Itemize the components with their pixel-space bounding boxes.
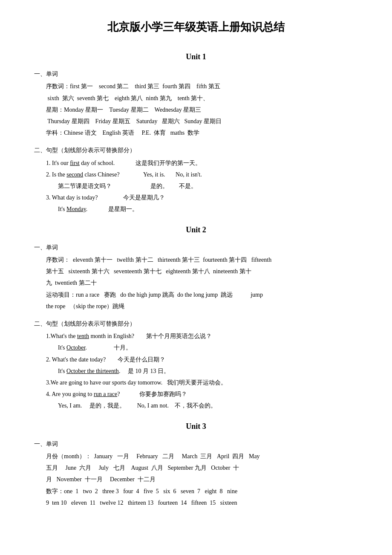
unit2-vocab-line5: the rope （skip the rope）跳绳	[46, 301, 358, 312]
unit2-sentence2-answer: It's October the thirteenth. 是 10 月 13 日…	[46, 366, 358, 376]
unit1-sentence2-cn: 第二节课是语文吗？ 是的。 不是。	[46, 181, 358, 191]
unit2-vocab-content: 序数词： eleventh 第十一 twelfth 第十二 thirteenth…	[34, 254, 358, 312]
unit1-vocab-content: 序数词：first 第一 second 第二 third 第三 fourth 第…	[34, 81, 358, 138]
unit1-sentence3-answer: It's Monday. 是星期一。	[46, 204, 358, 214]
unit1-sentence-section: 二、句型（划线部分表示可替换部分） 1. It's our first day …	[34, 145, 358, 214]
unit2-vocab-line2: 第十五 sixteenth 第十六 seventeenth 第十七 eighte…	[46, 266, 358, 277]
unit1-vocab-line4: Thursday 星期四 Friday 星期五 Saturday 星期六 Sun…	[46, 116, 358, 127]
unit1-vocab-line2: sixth 第六 seventh 第七 eighth 第八 ninth 第九 t…	[46, 93, 358, 104]
unit2-vocab-header: 一、单词	[34, 242, 358, 253]
unit1-sentence-content: 1. It's our first day of school. 这是我们开学的…	[34, 158, 358, 215]
unit1-sentence3: 3. What day is today? 今天是星期几？	[46, 192, 358, 203]
unit3-vocab-section: 一、单词 月份（month）： January 一月 February 二月 M…	[34, 439, 358, 508]
unit3-vocab-line4: 数字：one 1 two 2 three 3 four 4 five 5 six…	[46, 486, 358, 497]
unit2-vocab-section: 一、单词 序数词： eleventh 第十一 twelfth 第十二 thirt…	[34, 242, 358, 312]
unit3-vocab-content: 月份（month）： January 一月 February 二月 March …	[34, 451, 358, 508]
unit-2-section: Unit 2 一、单词 序数词： eleventh 第十一 twelfth 第十…	[34, 223, 358, 411]
unit3-vocab-line3: 月 November 十一月 December 十二月	[46, 474, 358, 485]
unit1-sentence-header: 二、句型（划线部分表示可替换部分）	[34, 145, 358, 156]
unit1-vocab-section: 一、单词 序数词：first 第一 second 第二 third 第三 fou…	[34, 69, 358, 138]
unit2-sentence-section: 二、句型（划线部分表示可替换部分） 1.What's the tenth mon…	[34, 318, 358, 411]
unit-3-title: Unit 3	[34, 419, 358, 433]
unit3-vocab-header: 一、单词	[34, 439, 358, 449]
unit1-sentence1: 1. It's our first day of school. 这是我们开学的…	[46, 158, 358, 168]
unit2-vocab-line4: 运动项目：run a race 赛跑 do the high jump 跳高 d…	[46, 289, 358, 300]
unit2-sentence1-answer: It's October. 十月。	[46, 342, 358, 353]
unit2-vocab-line3: 九 twentieth 第二十	[46, 278, 358, 288]
unit3-vocab-line2: 五月 June 六月 July 七月 August 八月 September 九…	[46, 462, 358, 473]
unit2-sentence-content: 1.What's the tenth month in English? 第十个…	[34, 331, 358, 411]
unit1-vocab-line1: 序数词：first 第一 second 第二 third 第三 fourth 第…	[46, 81, 358, 92]
unit-1-section: Unit 1 一、单词 序数词：first 第一 second 第二 third…	[34, 50, 358, 215]
unit-2-title: Unit 2	[34, 223, 358, 237]
unit2-vocab-line1: 序数词： eleventh 第十一 twelfth 第十二 thirteenth…	[46, 254, 358, 265]
unit-1-title: Unit 1	[34, 50, 358, 64]
unit3-vocab-line5: 9 ten 10 eleven 11 twelve 12 thirteen 13…	[46, 497, 358, 508]
unit3-vocab-line1: 月份（month）： January 一月 February 二月 March …	[46, 451, 358, 462]
unit1-vocab-header: 一、单词	[34, 69, 358, 79]
unit1-vocab-line3: 星期：Monday 星期一 Tuesday 星期二 Wednesday 星期三	[46, 104, 358, 115]
unit2-sentence4-answer: Yes, I am. 是的，我是。 No, I am not. 不，我不会的。	[46, 400, 358, 411]
unit2-sentence1: 1.What's the tenth month in English? 第十个…	[46, 331, 358, 341]
page-title: 北京版小学三年级英语上册知识总结	[34, 17, 358, 37]
unit2-sentence4: 4. Are you going to run a race? 你要参加赛跑吗？	[46, 389, 358, 399]
unit2-sentence2: 2. What's the date today? 今天是什么日期？	[46, 354, 358, 365]
unit-3-section: Unit 3 一、单词 月份（month）： January 一月 Februa…	[34, 419, 358, 508]
unit2-sentence-header: 二、句型（划线部分表示可替换部分）	[34, 318, 358, 329]
unit2-sentence3: 3.We are going to have our sports day to…	[46, 377, 358, 388]
unit1-vocab-line5: 学科：Chinese 语文 English 英语 P.E. 体育 maths 数…	[46, 127, 358, 138]
unit1-sentence2: 2. Is the second class Chinese? Yes, it …	[46, 169, 358, 180]
